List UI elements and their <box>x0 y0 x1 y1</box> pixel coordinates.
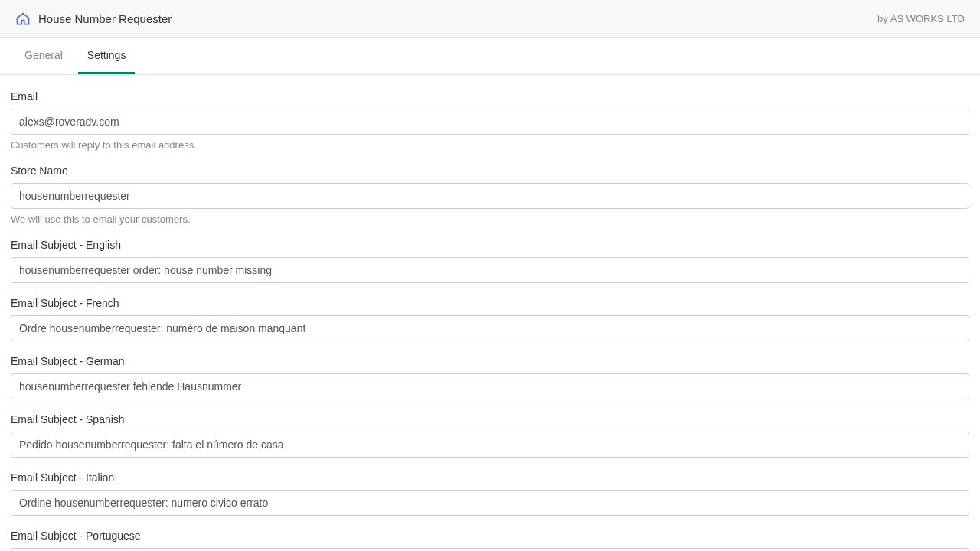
form-group-store-name: Store Name We will use this to email you… <box>11 165 969 225</box>
house-icon <box>15 11 31 27</box>
subject-spanish-field[interactable] <box>11 432 969 458</box>
subject-english-field[interactable] <box>11 257 969 283</box>
subject-portuguese-label: Email Subject - Portuguese <box>11 530 969 542</box>
app-author: by AS WORKS LTD <box>877 13 965 24</box>
subject-french-field[interactable] <box>11 315 969 341</box>
subject-portuguese-field[interactable] <box>11 548 969 551</box>
store-name-field[interactable] <box>11 183 969 209</box>
form-group-subject-german: Email Subject - German <box>11 355 969 399</box>
form-group-subject-french: Email Subject - French <box>11 297 969 341</box>
subject-italian-label: Email Subject - Italian <box>11 471 969 484</box>
subject-french-label: Email Subject - French <box>11 297 969 309</box>
subject-italian-field[interactable] <box>11 490 969 516</box>
form-group-subject-spanish: Email Subject - Spanish <box>11 413 969 458</box>
form-group-subject-portuguese: Email Subject - Portuguese <box>11 530 969 551</box>
store-name-label: Store Name <box>11 165 969 177</box>
subject-english-label: Email Subject - English <box>11 239 969 251</box>
email-field[interactable] <box>11 109 969 135</box>
form-group-subject-english: Email Subject - English <box>11 239 969 283</box>
email-help: Customers will reply to this email addre… <box>11 139 969 151</box>
form-group-email: Email Customers will reply to this email… <box>11 90 969 151</box>
app-title: House Number Requester <box>38 12 172 25</box>
tab-settings[interactable]: Settings <box>78 38 136 74</box>
settings-form: Email Customers will reply to this email… <box>0 75 980 551</box>
tabs-bar: General Settings <box>0 38 980 75</box>
tab-general[interactable]: General <box>15 38 72 74</box>
header-left: House Number Requester <box>15 11 172 27</box>
subject-spanish-label: Email Subject - Spanish <box>11 413 969 425</box>
subject-german-label: Email Subject - German <box>11 355 969 367</box>
email-label: Email <box>11 90 969 103</box>
form-group-subject-italian: Email Subject - Italian <box>11 471 969 516</box>
store-name-help: We will use this to email your customers… <box>11 214 969 225</box>
app-header: House Number Requester by AS WORKS LTD <box>0 0 980 38</box>
subject-german-field[interactable] <box>11 373 969 399</box>
